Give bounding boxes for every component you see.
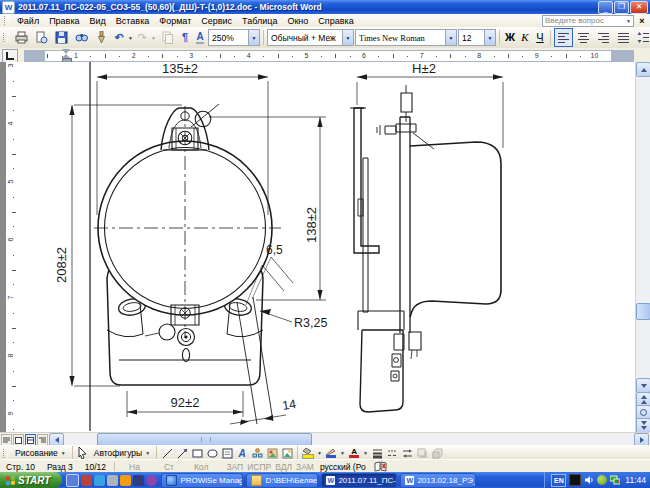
arrow-style-button[interactable] — [400, 447, 414, 459]
undo-button[interactable]: ↶ — [112, 28, 126, 47]
find-button[interactable] — [72, 28, 91, 47]
zoom-combo[interactable]: 250% ▼ — [208, 29, 260, 46]
language-indicator[interactable]: EN — [551, 474, 566, 487]
clipart-button[interactable] — [265, 447, 279, 459]
next-page-button[interactable] — [636, 418, 650, 433]
style-combo[interactable]: Обычный + Меж ▼ — [267, 29, 354, 46]
threed-style-button[interactable] — [430, 447, 444, 459]
close-button[interactable]: ✕ — [630, 1, 648, 14]
align-right-button[interactable] — [594, 28, 613, 47]
print-preview-button[interactable] — [32, 28, 51, 47]
font-color-button[interactable]: А — [347, 447, 361, 459]
network-icon[interactable] — [610, 475, 620, 485]
show-desktop-icon[interactable] — [66, 474, 79, 487]
align-left-button[interactable] — [554, 28, 573, 47]
copy-button[interactable] — [158, 28, 177, 47]
taskbar-task-prowise[interactable]: PROWiSe Manager — [161, 473, 243, 488]
quicklaunch-icon[interactable] — [107, 475, 118, 486]
question-box[interactable]: Введите вопрос ▼ — [542, 15, 634, 27]
document-page[interactable]: 135±2 208±2 138±2 6,5 R3,25 92±2 14 H±2 — [24, 62, 636, 432]
draw-menu-button[interactable]: Рисование▼ — [12, 447, 69, 459]
status-track-changes[interactable]: ИСПР — [245, 462, 273, 472]
minimize-button[interactable]: _ — [598, 1, 613, 14]
size-combo[interactable]: 12 ▼ — [458, 29, 496, 46]
redo-button[interactable]: ↷ — [135, 28, 149, 47]
status-record-mode[interactable]: ЗАП — [224, 462, 245, 472]
toolbar-grip[interactable] — [3, 33, 8, 42]
quicklaunch-icon[interactable] — [81, 475, 92, 486]
close-document-icon[interactable] — [636, 16, 648, 26]
line-style-button[interactable] — [370, 447, 384, 459]
menu-view[interactable]: Вид — [85, 15, 111, 27]
drawing-toolbar: Рисование▼ Автофигуры▼ А ▼ ▼ А ▼ — [0, 445, 650, 460]
menu-file[interactable]: Файл — [12, 15, 44, 27]
fill-color-button[interactable] — [301, 447, 315, 459]
shadow-style-button[interactable] — [415, 447, 429, 459]
styles-button[interactable]: А — [193, 28, 207, 47]
taskbar-task-word-2[interactable]: 2013.02.18_РЭ_С... — [400, 473, 476, 488]
rectangle-button[interactable] — [190, 447, 204, 459]
taskbar-task-explorer[interactable]: D:\ВЕН\Беляев\Т... — [246, 473, 318, 488]
chevron-down-icon[interactable]: ▼ — [626, 18, 631, 24]
status-language[interactable]: русский (Ро — [316, 462, 370, 472]
menu-insert[interactable]: Вставка — [111, 15, 154, 27]
horizontal-ruler[interactable]: 12345678910 — [0, 48, 650, 62]
tab-selector-button[interactable] — [2, 49, 18, 63]
oval-button[interactable] — [205, 447, 219, 459]
chevron-down-icon[interactable]: ▼ — [484, 30, 495, 45]
start-button[interactable]: START — [0, 472, 62, 488]
line-color-button[interactable] — [324, 447, 338, 459]
arrow-button[interactable] — [175, 447, 189, 459]
textbox-button[interactable] — [220, 447, 234, 459]
volume-icon[interactable] — [584, 475, 594, 485]
quicklaunch-icon[interactable] — [120, 475, 131, 486]
toolbar-grip[interactable] — [4, 16, 9, 25]
autoshapes-menu-button[interactable]: Автофигуры▼ — [91, 447, 153, 459]
print-button[interactable] — [12, 28, 31, 47]
menu-edit[interactable]: Правка — [44, 15, 84, 27]
show-marks-button[interactable]: ¶ — [178, 28, 192, 47]
chevron-down-icon[interactable]: ▼ — [445, 30, 456, 45]
underline-button[interactable]: Ч — [533, 28, 547, 47]
taskbar-clock[interactable]: 11:44 — [625, 475, 646, 485]
menu-format[interactable]: Формат — [154, 15, 196, 27]
diagram-button[interactable] — [250, 447, 264, 459]
line-spacing-button[interactable] — [634, 28, 650, 47]
restore-button[interactable]: ❐ — [614, 1, 629, 14]
vertical-scrollbar[interactable] — [635, 62, 650, 432]
taskbar-task-word-active[interactable]: 2011.07.11_ПС-0... — [321, 473, 397, 488]
tray-status-icon[interactable] — [597, 475, 607, 485]
chevron-down-icon[interactable]: ▼ — [342, 30, 353, 45]
spelling-status-icon[interactable] — [374, 461, 387, 472]
redo-dropdown-icon[interactable]: ▼ — [150, 29, 157, 46]
vertical-scroll-thumb[interactable] — [636, 303, 650, 320]
justify-button[interactable] — [614, 28, 633, 47]
quicklaunch-icon[interactable] — [94, 475, 105, 486]
tray-app-icon[interactable] — [569, 474, 581, 486]
menu-tools[interactable]: Сервис — [196, 15, 237, 27]
status-overtype-mode[interactable]: ЗАМ — [294, 462, 316, 472]
format-painter-button[interactable] — [92, 28, 111, 47]
save-button[interactable] — [52, 28, 71, 47]
chevron-down-icon[interactable]: ▼ — [248, 30, 259, 45]
toolbar-grip[interactable] — [3, 449, 8, 458]
bold-button[interactable]: Ж — [503, 28, 517, 47]
align-center-button[interactable] — [574, 28, 593, 47]
undo-dropdown-icon[interactable]: ▼ — [127, 29, 134, 46]
scroll-up-button[interactable] — [636, 62, 650, 77]
quicklaunch-icon[interactable] — [146, 475, 157, 486]
font-combo[interactable]: Times New Roman ▼ — [355, 29, 457, 46]
wordart-button[interactable]: А — [235, 447, 249, 459]
menu-table[interactable]: Таблица — [237, 15, 282, 27]
status-extend-mode[interactable]: ВДЛ — [273, 462, 294, 472]
picture-button[interactable] — [280, 447, 294, 459]
italic-button[interactable]: К — [518, 28, 532, 47]
dash-style-button[interactable] — [385, 447, 399, 459]
select-objects-button[interactable] — [76, 447, 90, 459]
menu-window[interactable]: Окно — [282, 15, 313, 27]
line-button[interactable] — [160, 447, 174, 459]
menu-help[interactable]: Справка — [313, 15, 358, 27]
quicklaunch-icon[interactable] — [133, 475, 144, 486]
ruler-band[interactable]: 12345678910 — [24, 50, 634, 62]
scroll-down-button[interactable] — [636, 378, 650, 393]
